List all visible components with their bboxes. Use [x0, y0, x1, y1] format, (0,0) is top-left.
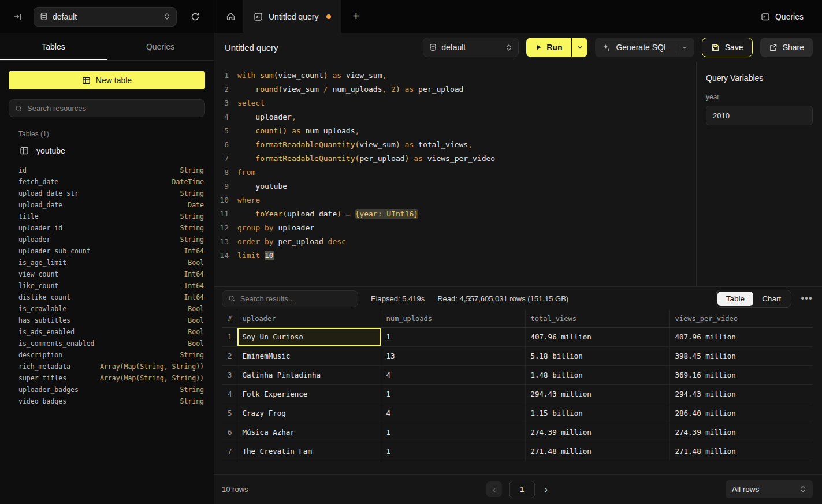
results-cell[interactable]: The Crevatin Fam — [237, 442, 381, 461]
results-column-header[interactable]: uploader — [237, 310, 381, 327]
results-cell[interactable]: 407.96 million — [669, 327, 813, 346]
results-column-header[interactable]: views_per_video — [669, 310, 813, 327]
new-tab-button[interactable]: + — [346, 0, 366, 33]
sql-editor[interactable]: 1with sum(view_count) as view_sum,2 roun… — [214, 62, 696, 286]
results-cell[interactable]: 4 — [381, 365, 525, 384]
page-number-input[interactable] — [509, 481, 535, 498]
results-search-input[interactable] — [240, 294, 352, 303]
run-options-button[interactable] — [572, 38, 587, 57]
column-row[interactable]: is_crawlableBool — [0, 303, 214, 315]
column-row[interactable]: uploader_sub_countInt64 — [0, 245, 214, 257]
save-button[interactable]: Save — [702, 38, 753, 57]
query-database-selector[interactable]: default — [423, 38, 519, 57]
results-cell[interactable]: 5.18 billion — [525, 346, 669, 365]
code-line[interactable]: 10where — [214, 193, 696, 207]
share-button[interactable]: Share — [760, 38, 813, 57]
column-row[interactable]: is_ads_enabledBool — [0, 326, 214, 338]
column-row[interactable]: uploaderString — [0, 234, 214, 245]
more-options-button[interactable]: ••• — [801, 293, 813, 304]
results-cell[interactable]: 1 — [381, 442, 525, 461]
code-line[interactable]: 8from — [214, 166, 696, 180]
code-line[interactable]: 11 toYear(upload_date) = {year: UInt16} — [214, 207, 696, 221]
results-column-header[interactable]: num_uploads — [381, 310, 525, 327]
column-row[interactable]: like_countInt64 — [0, 280, 214, 292]
column-row[interactable]: uploader_badgesString — [0, 384, 214, 395]
column-row[interactable]: descriptionString — [0, 349, 214, 361]
column-row[interactable]: rich_metadataArray(Map(String, String)) — [0, 361, 214, 372]
results-cell[interactable]: 1 — [381, 423, 525, 442]
code-line[interactable]: 6 formatReadableQuantity(view_sum) as to… — [214, 138, 696, 152]
code-line[interactable]: 7 formatReadableQuantity(per_upload) as … — [214, 152, 696, 166]
code-line[interactable]: 2 round(view_sum / num_uploads, 2) as pe… — [214, 83, 696, 96]
code-line[interactable]: 12group by uploader — [214, 221, 696, 235]
column-name: is_age_limit — [18, 259, 66, 267]
variable-year-input[interactable] — [706, 106, 813, 125]
results-column-header[interactable]: # — [222, 310, 237, 327]
resource-search[interactable] — [9, 99, 205, 117]
results-cell[interactable]: Folk Experience — [237, 384, 381, 404]
column-row[interactable]: idString — [0, 165, 214, 176]
code-line[interactable]: 5 count() as num_uploads, — [214, 124, 696, 138]
table-item-youtube[interactable]: youtube — [0, 143, 214, 159]
results-cell[interactable]: EminemMusic — [237, 346, 381, 365]
home-button[interactable] — [218, 0, 243, 33]
column-name: super_titles — [18, 374, 66, 382]
column-row[interactable]: upload_date_strString — [0, 188, 214, 199]
results-cell[interactable]: 274.39 million — [525, 423, 669, 442]
results-cell[interactable]: Crazy Frog — [237, 404, 381, 423]
page-size-selector[interactable]: All rows — [726, 480, 813, 498]
results-cell[interactable]: 294.43 million — [525, 384, 669, 404]
code-line[interactable]: 9 youtube — [214, 180, 696, 193]
results-cell[interactable]: 1 — [381, 384, 525, 404]
sidebar-tab-queries[interactable]: Queries — [107, 33, 214, 60]
sidebar-tab-tables[interactable]: Tables — [0, 33, 107, 60]
queries-button[interactable]: Queries — [756, 9, 808, 25]
results-cell[interactable]: 1 — [381, 327, 525, 346]
next-page-button[interactable]: › — [542, 483, 550, 496]
column-row[interactable]: uploader_idString — [0, 222, 214, 234]
table-view-button[interactable]: Table — [717, 292, 753, 306]
results-cell[interactable]: Galinha Pintadinha — [237, 365, 381, 384]
resource-search-input[interactable] — [27, 104, 199, 113]
results-cell[interactable]: 407.96 million — [525, 327, 669, 346]
tab-untitled-query[interactable]: Untitled query — [243, 0, 341, 33]
results-cell[interactable]: 1.15 billion — [525, 404, 669, 423]
code-line[interactable]: 4 uploader, — [214, 110, 696, 124]
column-row[interactable]: view_countInt64 — [0, 268, 214, 280]
results-cell[interactable]: 271.48 million — [669, 442, 813, 461]
previous-page-button[interactable]: ‹ — [486, 481, 502, 497]
column-row[interactable]: is_comments_enabledBool — [0, 338, 214, 349]
run-button[interactable]: Run — [526, 38, 571, 57]
column-row[interactable]: super_titlesArray(Map(String, String)) — [0, 372, 214, 384]
database-selector[interactable]: default — [34, 7, 177, 27]
results-cell[interactable]: Soy Un Curioso — [237, 327, 381, 346]
results-cell[interactable]: 4 — [381, 404, 525, 423]
column-row[interactable]: titleString — [0, 211, 214, 222]
results-cell[interactable]: Música Azhar — [237, 423, 381, 442]
column-row[interactable]: video_badgesString — [0, 395, 214, 407]
column-row[interactable]: has_subtitlesBool — [0, 315, 214, 326]
results-column-header[interactable]: total_views — [525, 310, 669, 327]
new-table-button[interactable]: New table — [9, 71, 205, 89]
results-cell[interactable]: 1.48 billion — [525, 365, 669, 384]
code-line[interactable]: 1with sum(view_count) as view_sum, — [214, 69, 696, 83]
column-row[interactable]: upload_dateDate — [0, 199, 214, 211]
results-cell[interactable]: 369.16 million — [669, 365, 813, 384]
results-cell[interactable]: 274.39 million — [669, 423, 813, 442]
collapse-sidebar-button[interactable] — [9, 9, 25, 25]
chart-view-button[interactable]: Chart — [753, 292, 790, 306]
results-cell[interactable]: 398.45 million — [669, 346, 813, 365]
results-search[interactable] — [222, 290, 358, 307]
results-cell[interactable]: 271.48 million — [525, 442, 669, 461]
results-cell[interactable]: 286.40 million — [669, 404, 813, 423]
results-cell[interactable]: 13 — [381, 346, 525, 365]
column-row[interactable]: fetch_dateDateTime — [0, 176, 214, 188]
refresh-button[interactable] — [187, 9, 203, 25]
column-row[interactable]: dislike_countInt64 — [0, 292, 214, 303]
generate-sql-button[interactable]: Generate SQL — [595, 38, 694, 57]
code-line[interactable]: 13order by per_upload desc — [214, 235, 696, 249]
column-row[interactable]: is_age_limitBool — [0, 257, 214, 268]
code-line[interactable]: 3select — [214, 96, 696, 110]
code-line[interactable]: 14limit 10 — [214, 249, 696, 263]
results-cell[interactable]: 294.43 million — [669, 384, 813, 404]
